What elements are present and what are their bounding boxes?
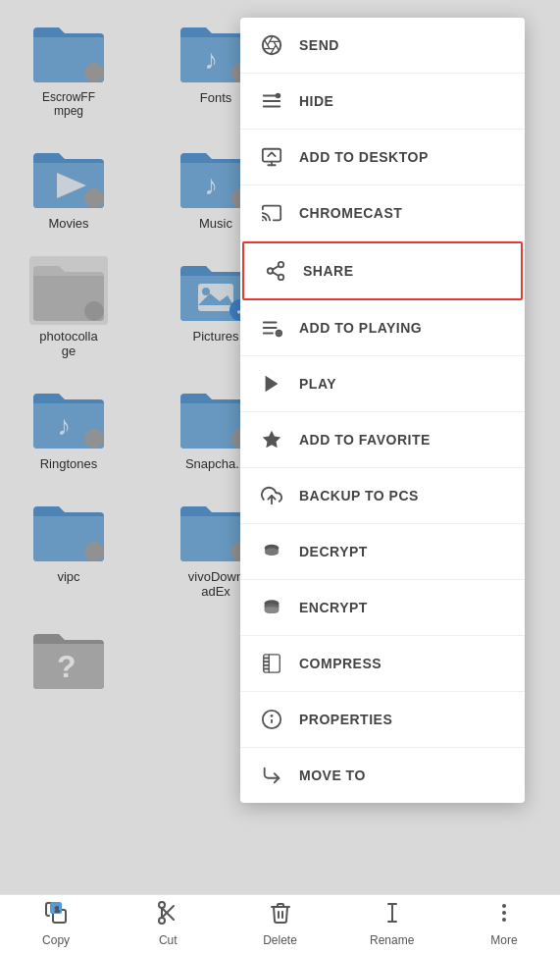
menu-add-to-playing-label: ADD TO PLAYING — [299, 320, 422, 336]
svg-point-11 — [276, 93, 281, 99]
decrypt-icon — [258, 538, 285, 565]
svg-point-59 — [502, 918, 506, 922]
cast-icon — [258, 199, 285, 227]
menu-encrypt-label: ENCRYPT — [299, 600, 368, 615]
delete-icon — [269, 901, 292, 930]
menu-item-add-to-playing[interactable]: ADD TO PLAYING — [240, 300, 525, 356]
cut-icon — [156, 901, 179, 930]
toolbar-rename[interactable]: Rename — [336, 901, 448, 947]
desktop-icon — [258, 143, 285, 171]
play-icon — [258, 370, 285, 397]
menu-item-encrypt[interactable]: ENCRYPT — [240, 580, 525, 636]
toolbar-delete[interactable]: Delete — [224, 901, 335, 947]
move-icon — [258, 762, 285, 789]
menu-item-play[interactable]: PLAY — [240, 356, 525, 412]
menu-send-label: SEND — [299, 37, 339, 53]
menu-item-backup-to-pcs[interactable]: BACKUP TO PCS — [240, 468, 525, 524]
toolbar-delete-label: Delete — [263, 933, 297, 947]
menu-item-hide[interactable]: HIDE — [240, 74, 525, 130]
svg-point-57 — [502, 904, 506, 908]
compress-icon — [258, 650, 285, 677]
menu-item-add-to-desktop[interactable]: ADD TO DESKTOP — [240, 130, 525, 185]
menu-backup-to-pcs-label: BACKUP TO PCS — [299, 488, 419, 503]
menu-chromecast-label: CHROMECAST — [299, 205, 402, 221]
toolbar-copy[interactable]: 1 Copy — [0, 901, 112, 947]
copy-icon: 1 — [44, 901, 68, 930]
menu-share-label: SHARE — [303, 263, 354, 279]
context-menu: SEND HIDE ADD TO DESKTOP — [240, 18, 525, 803]
encrypt-icon — [258, 594, 285, 621]
info-icon — [258, 706, 285, 733]
toolbar-more-label: More — [490, 933, 517, 947]
toolbar-cut-label: Cut — [159, 933, 178, 947]
svg-marker-28 — [263, 431, 280, 448]
toolbar-rename-label: Rename — [370, 933, 414, 947]
backup-icon — [258, 482, 285, 509]
menu-compress-label: COMPRESS — [299, 656, 382, 671]
more-icon — [492, 901, 516, 930]
svg-rect-37 — [264, 655, 280, 672]
svg-rect-12 — [263, 149, 280, 162]
menu-item-compress[interactable]: COMPRESS — [240, 636, 525, 692]
menu-decrypt-label: DECRYPT — [299, 544, 368, 559]
menu-add-to-favorite-label: ADD TO FAVORITE — [299, 432, 431, 448]
toolbar-more[interactable]: More — [448, 901, 560, 947]
playlist-add-icon — [258, 314, 285, 342]
bottom-toolbar: 1 Copy Cut Delete — [0, 894, 560, 953]
svg-line-19 — [273, 272, 279, 276]
hide-icon — [258, 87, 285, 115]
menu-item-add-to-favorite[interactable]: ADD TO FAVORITE — [240, 412, 525, 468]
menu-item-decrypt[interactable]: DECRYPT — [240, 524, 525, 580]
share-icon — [262, 257, 289, 285]
toolbar-copy-label: Copy — [42, 933, 70, 947]
menu-item-share[interactable]: SHARE — [242, 241, 523, 300]
menu-item-send[interactable]: SEND — [240, 18, 525, 74]
menu-add-to-desktop-label: ADD TO DESKTOP — [299, 149, 429, 165]
svg-point-58 — [502, 911, 506, 915]
svg-marker-27 — [266, 376, 279, 393]
toolbar-cut[interactable]: Cut — [112, 901, 224, 947]
menu-item-move-to[interactable]: MOVE TO — [240, 748, 525, 803]
star-icon — [258, 426, 285, 453]
menu-item-chromecast[interactable]: CHROMECAST — [240, 185, 525, 241]
svg-line-20 — [273, 266, 279, 270]
menu-properties-label: PROPERTIES — [299, 712, 392, 727]
menu-item-properties[interactable]: PROPERTIES — [240, 692, 525, 748]
svg-point-31 — [265, 548, 280, 555]
menu-play-label: PLAY — [299, 376, 336, 392]
rename-icon — [381, 901, 404, 930]
send-icon — [258, 31, 285, 59]
menu-move-to-label: MOVE TO — [299, 768, 366, 783]
svg-text:1: 1 — [55, 905, 60, 914]
svg-point-36 — [265, 608, 280, 613]
menu-hide-label: HIDE — [299, 93, 333, 109]
